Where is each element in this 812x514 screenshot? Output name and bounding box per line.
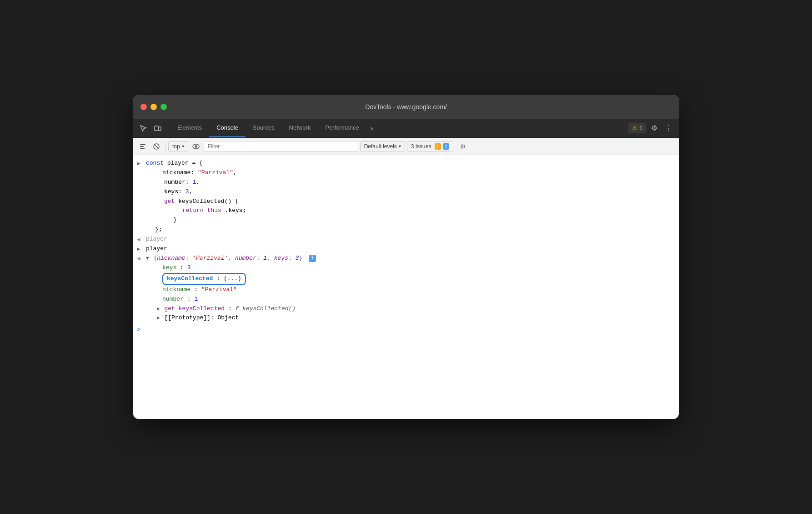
clear-console-button[interactable] <box>137 141 149 152</box>
svg-rect-0 <box>155 126 158 131</box>
command-arrow-icon: ▶ <box>137 245 140 254</box>
titlebar: DevTools - www.google.com/ <box>133 95 679 119</box>
code-line-keys: keys: 3, <box>133 187 679 197</box>
result-obj-line: ◀ ▼ {nickname: 'Parzival', number: 1, ke… <box>133 254 679 263</box>
prototype-line: ▶ [[Prototype]]: Object <box>133 313 679 323</box>
code-line-end: }; <box>133 225 679 235</box>
tab-network[interactable]: Network <box>282 119 318 137</box>
customize-devtools-icon[interactable]: ⋮ <box>662 122 675 135</box>
svg-rect-1 <box>159 127 161 131</box>
warning-icon: ⚠ <box>632 125 637 131</box>
highlighted-property-badge: keysCollected : (...) <box>162 273 246 285</box>
chevron-down-icon-levels: ▾ <box>399 144 401 149</box>
tab-performance[interactable]: Performance <box>318 119 366 137</box>
live-expressions-button[interactable] <box>190 141 202 152</box>
chevron-down-icon: ▾ <box>182 144 184 149</box>
inspect-element-icon[interactable] <box>137 122 150 135</box>
tab-sources[interactable]: Sources <box>246 119 282 137</box>
svg-line-6 <box>155 144 159 148</box>
code-entry-player: ▶ const player = { <box>133 159 679 168</box>
prop-keys-collected: keysCollected : (...) <box>133 273 679 285</box>
block-network-button[interactable] <box>150 141 162 152</box>
warning-count-icon: 1 <box>435 143 441 150</box>
close-button[interactable] <box>140 104 147 110</box>
prop-keys: keys : 3 <box>133 263 679 273</box>
svg-rect-4 <box>140 148 145 149</box>
toolbar-divider-1 <box>165 142 165 151</box>
result-undefined: ◀ player <box>133 235 679 244</box>
issues-badge[interactable]: 3 Issues: 1 2 <box>407 141 453 151</box>
code-line-return: return this .keys; <box>133 206 679 216</box>
device-toolbar-icon[interactable] <box>151 122 164 135</box>
console-prompt-line: > <box>133 323 679 337</box>
prompt-chevron-icon[interactable]: > <box>137 325 140 335</box>
window-title: DevTools - www.google.com/ <box>365 103 447 111</box>
svg-point-8 <box>195 145 197 147</box>
console-toolbar: top ▾ Default levels ▾ 3 Issues: 1 2 ⚙ <box>133 138 679 155</box>
console-content: ▶ const player = { nickname: "Parzival",… <box>133 155 679 419</box>
code-line-get: get keysCollected() { <box>133 197 679 207</box>
context-selector[interactable]: top ▾ <box>168 141 188 151</box>
info-count-icon: 2 <box>443 143 449 150</box>
tabbar-nav-icons <box>137 119 168 137</box>
expand-arrow-player[interactable]: ▶ <box>133 159 144 168</box>
code-line-number: number: 1, <box>133 178 679 187</box>
prop-nickname: nickname : "Parzival" <box>133 285 679 295</box>
prop-number: number : 1 <box>133 295 679 304</box>
svg-rect-3 <box>140 146 144 147</box>
info-icon[interactable]: i <box>309 255 316 262</box>
console-settings-button[interactable]: ⚙ <box>457 141 469 152</box>
command-player: ▶ player <box>133 244 679 254</box>
tab-console[interactable]: Console <box>209 119 246 137</box>
expand-prototype-arrow[interactable]: ▶ <box>157 315 160 321</box>
result-back-arrow-icon: ◀ <box>137 255 140 263</box>
code-line-close-brace: } <box>133 216 679 225</box>
more-tabs-button[interactable]: » <box>366 119 377 137</box>
settings-icon[interactable]: ⚙ <box>648 122 661 135</box>
tabbar: Elements Console Sources Network Perform… <box>133 119 679 138</box>
console-input[interactable] <box>144 327 675 333</box>
minimize-button[interactable] <box>150 104 157 110</box>
traffic-lights <box>140 104 167 110</box>
expand-getter-arrow[interactable]: ▶ <box>157 306 160 312</box>
result-arrow-icon: ◀ <box>137 236 140 244</box>
code-line-nickname: nickname: "Parzival", <box>133 168 679 178</box>
default-levels-selector[interactable]: Default levels ▾ <box>360 141 405 151</box>
tabbar-right-actions: ⚠ 1 ⚙ ⋮ <box>628 119 679 137</box>
code-line-const: const player = { <box>144 159 675 168</box>
expand-obj-arrow[interactable]: ▼ <box>146 256 149 261</box>
issues-warning-badge[interactable]: ⚠ 1 <box>628 123 646 133</box>
getter-keys-collected: ▶ get keysCollected : f keysCollected() <box>133 304 679 314</box>
filter-input[interactable] <box>204 141 358 152</box>
tab-elements[interactable]: Elements <box>170 119 209 137</box>
svg-rect-2 <box>140 144 145 145</box>
maximize-button[interactable] <box>160 104 167 110</box>
devtools-window: DevTools - www.google.com/ Elements Cons… <box>133 95 679 419</box>
